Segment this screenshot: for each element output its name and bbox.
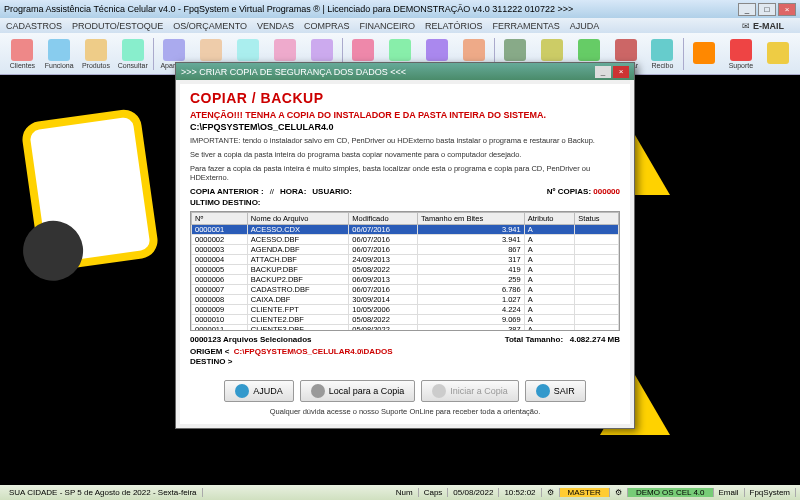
column-header[interactable]: Status bbox=[575, 213, 619, 225]
toolbar-button[interactable]: Consultar bbox=[115, 35, 150, 73]
ultimo-destino-label: ULTIMO DESTINO: bbox=[190, 198, 261, 207]
ncopias-label: Nº COPIAS: bbox=[547, 187, 591, 196]
ajuda-button[interactable]: AJUDA bbox=[224, 380, 294, 402]
menu-item[interactable]: AJUDA bbox=[570, 21, 600, 31]
toolbar-label: Produtos bbox=[82, 62, 110, 69]
table-row[interactable]: 0000005BACKUP.DBF05/08/2022419A bbox=[192, 265, 619, 275]
menu-item[interactable]: PRODUTO/ESTOQUE bbox=[72, 21, 163, 31]
status-date: 05/08/2022 bbox=[448, 488, 499, 497]
toolbar-button[interactable]: Clientes bbox=[5, 35, 40, 73]
dialog-title: >>> CRIAR COPIA DE SEGURANÇA DOS DADOS <… bbox=[181, 67, 406, 77]
table-row[interactable]: 0000004ATTACH.DBF24/09/2013317A bbox=[192, 255, 619, 265]
toolbar-button[interactable]: Suporte bbox=[724, 35, 759, 73]
status-license: DEMO OS CEL 4.0 bbox=[628, 488, 714, 497]
toolbar-icon bbox=[730, 39, 752, 61]
column-header[interactable]: Nº bbox=[192, 213, 248, 225]
status-location: SUA CIDADE - SP 5 de Agosto de 2022 - Se… bbox=[4, 488, 203, 497]
origem-path: C:\FPQSYSTEM\OS_CELULAR4.0\DADOS bbox=[234, 347, 393, 356]
table-row[interactable]: 0000001ACESSO.CDX06/07/20163.941A bbox=[192, 225, 619, 235]
dialog-titlebar: >>> CRIAR COPIA DE SEGURANÇA DOS DADOS <… bbox=[176, 63, 634, 80]
toolbar-button[interactable] bbox=[687, 35, 722, 73]
toolbar-icon bbox=[426, 39, 448, 61]
menu-item[interactable]: VENDAS bbox=[257, 21, 294, 31]
menu-item[interactable]: RELATÓRIOS bbox=[425, 21, 482, 31]
dialog-minimize[interactable]: _ bbox=[595, 66, 611, 78]
toolbar-icon bbox=[352, 39, 374, 61]
minimize-button[interactable]: _ bbox=[738, 3, 756, 16]
email-menu[interactable]: ✉ E-MAIL bbox=[742, 21, 784, 31]
exit-icon bbox=[536, 384, 550, 398]
table-row[interactable]: 0000007CADASTRO.DBF06/07/20166.786A bbox=[192, 285, 619, 295]
toolbar-label: Consultar bbox=[118, 62, 148, 69]
menubar: CADASTROSPRODUTO/ESTOQUEOS/ORÇAMENTOVEND… bbox=[0, 18, 800, 33]
table-row[interactable]: 0000010CLIENTE2.DBF05/08/20229.069A bbox=[192, 315, 619, 325]
menu-item[interactable]: FINANCEIRO bbox=[360, 21, 416, 31]
table-row[interactable]: 0000006BACKUP2.DBF06/09/2013259A bbox=[192, 275, 619, 285]
column-header[interactable]: Atributo bbox=[524, 213, 575, 225]
toolbar-icon bbox=[200, 39, 222, 61]
toolbar-label: Funciona bbox=[45, 62, 74, 69]
toolbar-button[interactable]: Funciona bbox=[42, 35, 77, 73]
copia-anterior-label: COPIA ANTERIOR : bbox=[190, 187, 264, 196]
toolbar-label: Recibo bbox=[652, 62, 674, 69]
toolbar-icon bbox=[578, 39, 600, 61]
table-row[interactable]: 0000009CLIENTE.FPT10/05/20064.224A bbox=[192, 305, 619, 315]
column-header[interactable]: Modificado bbox=[349, 213, 418, 225]
local-copia-button[interactable]: Local para a Copia bbox=[300, 380, 416, 402]
toolbar-icon bbox=[463, 39, 485, 61]
status-caps: Caps bbox=[419, 488, 449, 497]
ncopias-value: 000000 bbox=[593, 187, 620, 196]
folder-icon bbox=[311, 384, 325, 398]
destino-label: DESTINO > bbox=[190, 357, 232, 366]
maximize-button[interactable]: □ bbox=[758, 3, 776, 16]
menu-item[interactable]: FERRAMENTAS bbox=[492, 21, 559, 31]
status-user: MASTER bbox=[560, 488, 610, 497]
note-text: IMPORTANTE: tendo o instalador salvo em … bbox=[190, 136, 620, 146]
file-count: 0000123 Arquivos Selecionados bbox=[190, 335, 312, 344]
check-icon bbox=[432, 384, 446, 398]
menu-item[interactable]: COMPRAS bbox=[304, 21, 350, 31]
toolbar-icon bbox=[163, 39, 185, 61]
toolbar-icon bbox=[311, 39, 333, 61]
toolbar-icon bbox=[85, 39, 107, 61]
phone-repair-icon bbox=[20, 107, 160, 272]
toolbar-icon bbox=[504, 39, 526, 61]
status-num: Num bbox=[391, 488, 419, 497]
dialog-heading: COPIAR / BACKUP bbox=[190, 90, 620, 106]
status-email[interactable]: Email bbox=[714, 488, 745, 497]
menu-item[interactable]: CADASTROS bbox=[6, 21, 62, 31]
toolbar-icon bbox=[615, 39, 637, 61]
status-fpq[interactable]: FpqSystem bbox=[745, 488, 796, 497]
install-path: C:\FPQSYSTEM\OS_CELULAR4.0 bbox=[190, 122, 620, 132]
sair-button[interactable]: SAIR bbox=[525, 380, 586, 402]
backup-dialog: >>> CRIAR COPIA DE SEGURANÇA DOS DADOS <… bbox=[175, 62, 635, 429]
toolbar-button[interactable]: Recibo bbox=[645, 35, 680, 73]
table-row[interactable]: 0000003AGENDA.DBF06/07/2016867A bbox=[192, 245, 619, 255]
total-size-value: 4.082.274 MB bbox=[570, 335, 620, 344]
toolbar-button[interactable]: Produtos bbox=[79, 35, 114, 73]
dialog-close[interactable]: × bbox=[613, 66, 629, 78]
usuario-label: USUARIO: bbox=[312, 187, 352, 196]
column-header[interactable]: Tamanho em Bites bbox=[418, 213, 525, 225]
toolbar-icon bbox=[651, 39, 673, 61]
toolbar-label: Clientes bbox=[10, 62, 35, 69]
status-icon: ⚙ bbox=[610, 488, 628, 497]
iniciar-copia-button[interactable]: Iniciar a Copia bbox=[421, 380, 519, 402]
help-icon bbox=[235, 384, 249, 398]
status-bar: SUA CIDADE - SP 5 de Agosto de 2022 - Se… bbox=[0, 485, 800, 500]
toolbar-icon bbox=[541, 39, 563, 61]
table-row[interactable]: 0000011CLIENTE3.DBF05/08/2022387A bbox=[192, 325, 619, 332]
files-table[interactable]: NºNome do ArquivoModificadoTamanho em Bi… bbox=[190, 211, 620, 331]
app-title: Programa Assistência Técnica Celular v4.… bbox=[4, 4, 573, 14]
toolbar-icon bbox=[389, 39, 411, 61]
toolbar-button[interactable] bbox=[760, 35, 795, 73]
close-button[interactable]: × bbox=[778, 3, 796, 16]
menu-item[interactable]: OS/ORÇAMENTO bbox=[173, 21, 247, 31]
table-row[interactable]: 0000008CAIXA.DBF30/09/20141.027A bbox=[192, 295, 619, 305]
toolbar-icon bbox=[693, 42, 715, 64]
origem-label: ORIGEM < bbox=[190, 347, 229, 356]
copia-anterior-value: // bbox=[270, 187, 274, 196]
column-header[interactable]: Nome do Arquivo bbox=[247, 213, 348, 225]
toolbar-icon bbox=[11, 39, 33, 61]
table-row[interactable]: 0000002ACESSO.DBF06/07/20163.941A bbox=[192, 235, 619, 245]
